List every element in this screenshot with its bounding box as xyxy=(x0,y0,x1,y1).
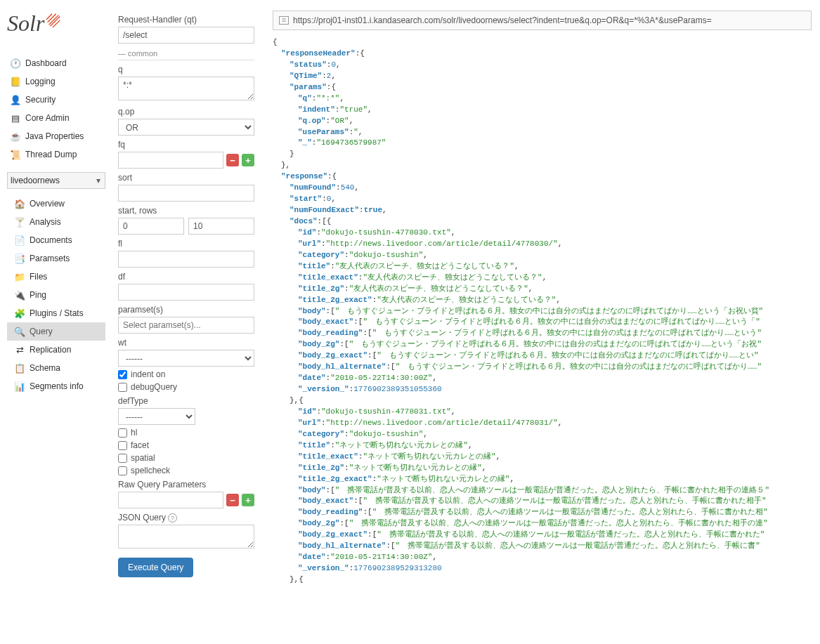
ping-icon: 🔌 xyxy=(14,289,25,301)
fq-input[interactable] xyxy=(118,152,223,169)
df-label: df xyxy=(118,272,254,282)
fq-add-button[interactable]: + xyxy=(242,154,254,166)
json-query-label: JSON Query? xyxy=(118,513,254,523)
paramsets-icon: 📑 xyxy=(14,253,25,264)
wt-select[interactable]: ------ xyxy=(118,350,254,367)
solr-sun-icon xyxy=(46,12,61,27)
subnav-overview[interactable]: 🏠Overview xyxy=(7,195,105,213)
subnav-query-label: Query xyxy=(30,327,53,336)
sort-input[interactable] xyxy=(118,185,254,202)
thread-icon: 📜 xyxy=(10,149,21,160)
spellcheck-checkbox[interactable] xyxy=(118,466,127,475)
nav-logging-label: Logging xyxy=(25,77,56,86)
documents-icon: 📄 xyxy=(14,235,25,246)
subnav-plugins-label: Plugins / Stats xyxy=(30,308,84,318)
hl-label: hl xyxy=(131,428,137,438)
raw-remove-button[interactable]: − xyxy=(226,494,239,506)
subnav-schema-label: Schema xyxy=(30,363,60,373)
raw-label: Raw Query Parameters xyxy=(118,480,254,489)
subnav-analysis-label: Analysis xyxy=(30,217,61,227)
subnav-query[interactable]: 🔍Query xyxy=(7,322,105,341)
subnav-replication-label: Replication xyxy=(30,345,71,355)
nav-core-admin-label: Core Admin xyxy=(25,113,70,123)
subnav-paramsets[interactable]: 📑Paramsets xyxy=(7,249,105,268)
subnav-segments-label: Segments info xyxy=(30,381,84,391)
nav-java-props[interactable]: ☕Java Properties xyxy=(7,127,105,145)
logging-icon: 📒 xyxy=(10,76,21,87)
nav-security-label: Security xyxy=(25,95,56,105)
schema-icon: 📋 xyxy=(14,362,25,374)
fq-remove-button[interactable]: − xyxy=(226,154,239,166)
fq-label: fq xyxy=(118,140,254,150)
common-fieldset: common xyxy=(118,49,254,60)
subnav-replication[interactable]: ⇄Replication xyxy=(7,341,105,359)
core-selector-value: livedoornews xyxy=(11,176,60,185)
raw-add-button[interactable]: + xyxy=(242,494,254,506)
subnav-ping[interactable]: 🔌Ping xyxy=(7,286,105,304)
execute-query-button[interactable]: Execute Query xyxy=(118,558,193,577)
nav-core-admin[interactable]: ▤Core Admin xyxy=(7,109,105,127)
replication-icon: ⇄ xyxy=(14,344,25,355)
qt-input[interactable] xyxy=(118,27,254,44)
subnav-segments[interactable]: 📊Segments info xyxy=(7,377,105,395)
q-label: q xyxy=(118,65,254,74)
core-admin-icon: ▤ xyxy=(10,112,21,124)
facet-label: facet xyxy=(131,440,149,450)
subnav-documents[interactable]: 📄Documents xyxy=(7,231,105,249)
json-query-input[interactable] xyxy=(118,525,254,548)
facet-checkbox[interactable] xyxy=(118,441,127,450)
qop-label: q.op xyxy=(118,107,254,117)
hl-checkbox[interactable] xyxy=(118,428,127,438)
nav-dashboard[interactable]: 🕐Dashboard xyxy=(7,54,105,72)
nav-thread-dump[interactable]: 📜Thread Dump xyxy=(7,145,105,164)
fl-input[interactable] xyxy=(118,251,254,268)
subnav-files[interactable]: 📁Files xyxy=(7,268,105,286)
result-url-text: https://proj01-inst01.i.kandasearch.com/… xyxy=(293,15,712,25)
paramset-input[interactable] xyxy=(118,317,254,334)
json-response: {"responseHeader":{"status":0,"QTime":2,… xyxy=(273,37,812,586)
nav-logging[interactable]: 📒Logging xyxy=(7,72,105,91)
q-input[interactable]: *:* xyxy=(118,77,254,100)
query-form: Request-Handler (qt) common q *:* q.op O… xyxy=(112,0,260,596)
nav-thread-dump-label: Thread Dump xyxy=(25,150,77,159)
files-icon: 📁 xyxy=(14,271,25,282)
start-input[interactable] xyxy=(118,218,184,235)
core-selector[interactable]: livedoornews xyxy=(7,172,105,189)
startrows-label: start, rows xyxy=(118,206,254,216)
qop-select[interactable]: OR xyxy=(118,119,254,136)
subnav-analysis[interactable]: 🍸Analysis xyxy=(7,213,105,231)
java-icon: ☕ xyxy=(10,131,21,142)
link-icon: ☰ xyxy=(279,16,289,25)
subnav-overview-label: Overview xyxy=(30,199,65,209)
nav-dashboard-label: Dashboard xyxy=(25,58,67,68)
overview-icon: 🏠 xyxy=(14,198,25,209)
result-url-bar[interactable]: ☰ https://proj01-inst01.i.kandasearch.co… xyxy=(273,11,812,30)
logo: Solr xyxy=(7,11,105,37)
fl-label: fl xyxy=(118,239,254,249)
sort-label: sort xyxy=(118,173,254,183)
subnav-documents-label: Documents xyxy=(30,235,72,245)
df-input[interactable] xyxy=(118,284,254,301)
raw-input[interactable] xyxy=(118,492,223,508)
subnav-plugins[interactable]: 🧩Plugins / Stats xyxy=(7,304,105,322)
rows-input[interactable] xyxy=(188,218,254,235)
debug-label: debugQuery xyxy=(131,382,177,392)
query-icon: 🔍 xyxy=(14,326,25,337)
subnav-files-label: Files xyxy=(30,272,47,282)
plugins-icon: 🧩 xyxy=(14,308,25,319)
debug-checkbox[interactable] xyxy=(118,383,127,392)
segments-icon: 📊 xyxy=(14,381,25,392)
subnav-paramsets-label: Paramsets xyxy=(30,254,70,263)
dashboard-icon: 🕐 xyxy=(10,58,21,69)
results-panel: ☰ https://proj01-inst01.i.kandasearch.co… xyxy=(260,0,820,596)
spatial-checkbox[interactable] xyxy=(118,454,127,463)
help-icon[interactable]: ? xyxy=(168,513,177,523)
qt-label: Request-Handler (qt) xyxy=(118,15,254,25)
sidebar: Solr 🕐Dashboard 📒Logging 👤Security ▤Core… xyxy=(0,0,112,596)
nav-security[interactable]: 👤Security xyxy=(7,91,105,109)
paramset-label: paramset(s) xyxy=(118,305,254,315)
indent-checkbox[interactable] xyxy=(118,370,127,379)
security-icon: 👤 xyxy=(10,94,21,105)
subnav-schema[interactable]: 📋Schema xyxy=(7,359,105,377)
deftype-select[interactable]: ------ xyxy=(118,408,195,425)
